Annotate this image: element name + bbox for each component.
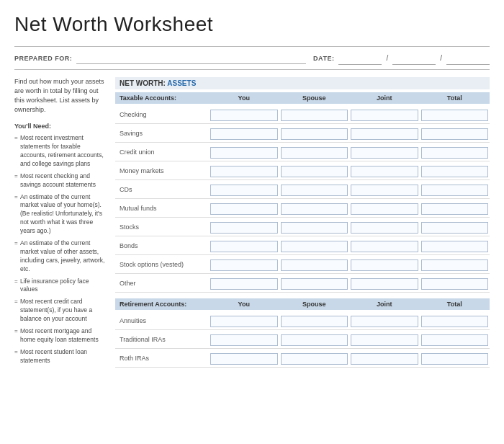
retirement-joint-1[interactable] xyxy=(349,332,420,346)
taxable-spouse-input-0[interactable] xyxy=(281,110,348,121)
taxable-you-input-0[interactable] xyxy=(210,110,278,121)
taxable-you-input-9[interactable] xyxy=(210,278,278,290)
taxable-you-8[interactable] xyxy=(209,257,279,271)
taxable-total-input-5[interactable] xyxy=(421,203,489,215)
taxable-you-2[interactable] xyxy=(209,145,279,159)
taxable-spouse-input-7[interactable] xyxy=(281,241,348,252)
retirement-joint-input-0[interactable] xyxy=(351,316,418,327)
taxable-spouse-3[interactable] xyxy=(279,164,350,177)
taxable-spouse-input-5[interactable] xyxy=(281,203,348,215)
taxable-joint-1[interactable] xyxy=(349,126,420,140)
retirement-joint-input-1[interactable] xyxy=(351,334,418,346)
retirement-spouse-input-0[interactable] xyxy=(281,316,348,327)
taxable-you-0[interactable] xyxy=(209,107,279,121)
retirement-spouse-input-1[interactable] xyxy=(281,334,348,346)
retirement-you-input-2[interactable] xyxy=(210,353,278,365)
retirement-you-input-1[interactable] xyxy=(210,334,278,346)
taxable-joint-2[interactable] xyxy=(349,145,420,159)
taxable-joint-input-9[interactable] xyxy=(351,278,418,290)
taxable-you-input-4[interactable] xyxy=(210,185,278,196)
retirement-you-input-0[interactable] xyxy=(210,316,278,327)
taxable-joint-0[interactable] xyxy=(349,107,420,121)
taxable-spouse-8[interactable] xyxy=(279,257,350,271)
retirement-total-input-0[interactable] xyxy=(421,316,489,327)
taxable-total-input-4[interactable] xyxy=(421,185,489,196)
retirement-you-0[interactable] xyxy=(209,314,279,327)
taxable-total-4[interactable] xyxy=(420,182,490,196)
retirement-total-1[interactable] xyxy=(420,332,490,346)
retirement-total-0[interactable] xyxy=(420,314,490,327)
taxable-spouse-input-9[interactable] xyxy=(281,278,348,290)
taxable-joint-input-3[interactable] xyxy=(351,166,418,177)
taxable-total-input-7[interactable] xyxy=(421,241,489,252)
taxable-joint-7[interactable] xyxy=(349,239,420,252)
taxable-joint-input-5[interactable] xyxy=(351,203,418,215)
taxable-spouse-9[interactable] xyxy=(279,276,350,290)
taxable-total-input-3[interactable] xyxy=(421,166,489,177)
taxable-joint-input-7[interactable] xyxy=(351,241,418,252)
taxable-spouse-input-4[interactable] xyxy=(281,185,348,196)
taxable-total-input-8[interactable] xyxy=(421,259,489,271)
taxable-you-3[interactable] xyxy=(209,164,279,177)
taxable-spouse-4[interactable] xyxy=(279,182,350,196)
taxable-you-input-1[interactable] xyxy=(210,128,278,140)
taxable-you-9[interactable] xyxy=(209,276,279,290)
taxable-spouse-7[interactable] xyxy=(279,239,350,252)
taxable-joint-input-6[interactable] xyxy=(351,222,418,234)
taxable-you-4[interactable] xyxy=(209,182,279,196)
taxable-spouse-1[interactable] xyxy=(279,126,350,140)
taxable-you-7[interactable] xyxy=(209,239,279,252)
taxable-you-6[interactable] xyxy=(209,220,279,234)
taxable-joint-input-8[interactable] xyxy=(351,259,418,271)
taxable-total-5[interactable] xyxy=(420,201,490,215)
taxable-you-1[interactable] xyxy=(209,126,279,140)
date-field-year[interactable] xyxy=(446,51,490,65)
taxable-spouse-input-1[interactable] xyxy=(281,128,348,140)
taxable-joint-4[interactable] xyxy=(349,182,420,196)
date-field-month[interactable] xyxy=(338,51,382,65)
retirement-you-1[interactable] xyxy=(209,332,279,346)
taxable-spouse-input-6[interactable] xyxy=(281,222,348,234)
retirement-joint-input-2[interactable] xyxy=(351,353,418,365)
taxable-spouse-5[interactable] xyxy=(279,201,350,215)
retirement-joint-0[interactable] xyxy=(349,314,420,327)
taxable-spouse-0[interactable] xyxy=(279,107,350,121)
taxable-you-input-6[interactable] xyxy=(210,222,278,234)
taxable-total-input-1[interactable] xyxy=(421,128,489,140)
retirement-total-2[interactable] xyxy=(420,351,490,365)
taxable-spouse-input-3[interactable] xyxy=(281,166,348,177)
taxable-total-3[interactable] xyxy=(420,164,490,177)
taxable-joint-6[interactable] xyxy=(349,220,420,234)
taxable-you-input-3[interactable] xyxy=(210,166,278,177)
taxable-total-1[interactable] xyxy=(420,126,490,140)
taxable-total-0[interactable] xyxy=(420,107,490,121)
taxable-you-input-2[interactable] xyxy=(210,147,278,159)
retirement-you-2[interactable] xyxy=(209,351,279,365)
taxable-you-input-8[interactable] xyxy=(210,259,278,271)
taxable-spouse-6[interactable] xyxy=(279,220,350,234)
retirement-spouse-0[interactable] xyxy=(279,314,350,327)
taxable-total-7[interactable] xyxy=(420,239,490,252)
taxable-total-input-9[interactable] xyxy=(421,278,489,290)
taxable-total-9[interactable] xyxy=(420,276,490,290)
taxable-you-5[interactable] xyxy=(209,201,279,215)
taxable-total-input-2[interactable] xyxy=(421,147,489,159)
taxable-joint-8[interactable] xyxy=(349,257,420,271)
retirement-spouse-1[interactable] xyxy=(279,332,350,346)
taxable-you-input-7[interactable] xyxy=(210,241,278,252)
retirement-total-input-2[interactable] xyxy=(421,353,489,365)
taxable-joint-input-1[interactable] xyxy=(351,128,418,140)
retirement-total-input-1[interactable] xyxy=(421,334,489,346)
taxable-joint-input-2[interactable] xyxy=(351,147,418,159)
taxable-spouse-input-2[interactable] xyxy=(281,147,348,159)
retirement-spouse-input-2[interactable] xyxy=(281,353,348,365)
retirement-spouse-2[interactable] xyxy=(279,351,350,365)
taxable-spouse-input-8[interactable] xyxy=(281,259,348,271)
taxable-joint-input-4[interactable] xyxy=(351,185,418,196)
taxable-total-input-0[interactable] xyxy=(421,110,489,121)
taxable-joint-9[interactable] xyxy=(349,276,420,290)
taxable-total-8[interactable] xyxy=(420,257,490,271)
taxable-joint-input-0[interactable] xyxy=(351,110,418,121)
taxable-total-input-6[interactable] xyxy=(421,222,489,234)
date-field-day[interactable] xyxy=(392,51,436,65)
